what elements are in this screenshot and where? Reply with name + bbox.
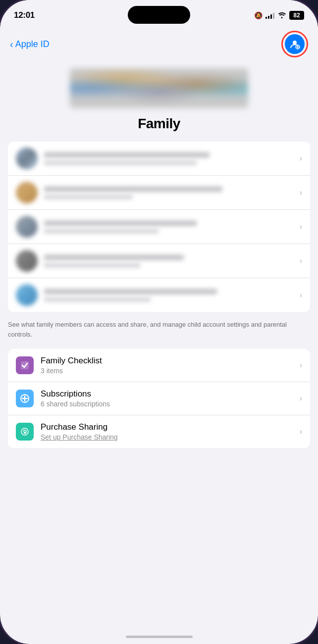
chevron-right-icon: › xyxy=(300,361,302,370)
member-name xyxy=(44,254,184,260)
chevron-right-icon: › xyxy=(300,427,302,436)
wifi-icon xyxy=(277,11,286,20)
member-row[interactable]: › xyxy=(8,142,310,176)
purchase-sharing-title: Purchase Sharing xyxy=(41,422,300,432)
member-name xyxy=(44,186,223,192)
family-checklist-icon xyxy=(16,356,34,374)
subscriptions-title: Subscriptions xyxy=(41,389,300,399)
member-name xyxy=(44,220,197,226)
avatar xyxy=(16,250,38,272)
member-subtitle xyxy=(44,297,151,302)
purchase-sharing-text: Purchase Sharing Set up Purchase Sharing xyxy=(41,422,300,441)
chevron-right-icon: › xyxy=(300,394,302,403)
member-info xyxy=(44,289,300,302)
add-member-button[interactable] xyxy=(281,31,308,57)
subscriptions-icon xyxy=(16,390,34,407)
purchase-sharing-row[interactable]: Purchase Sharing Set up Purchase Sharing… xyxy=(8,415,310,448)
member-row[interactable]: › xyxy=(8,210,310,244)
member-row[interactable]: › xyxy=(8,278,310,312)
chevron-right-icon: › xyxy=(300,154,302,163)
member-info xyxy=(44,254,300,268)
family-checklist-title: Family Checklist xyxy=(41,356,300,366)
chevron-right-icon: › xyxy=(300,291,302,299)
family-checklist-row[interactable]: Family Checklist 3 items › xyxy=(8,349,310,382)
avatar xyxy=(16,182,38,203)
chevron-right-icon: › xyxy=(300,222,302,231)
family-header: Family xyxy=(0,63,318,142)
scroll-content[interactable]: Family › › xyxy=(0,63,318,632)
member-info xyxy=(44,186,300,199)
highlight-circle xyxy=(281,31,308,57)
member-row[interactable]: › xyxy=(8,176,310,210)
members-list: › › › xyxy=(8,142,310,312)
battery-indicator: 82 xyxy=(289,11,304,20)
back-chevron-icon: ‹ xyxy=(10,39,13,50)
member-subtitle xyxy=(44,229,159,234)
features-section: Family Checklist 3 items › Subsc xyxy=(8,349,310,448)
purchase-sharing-subtitle: Set up Purchase Sharing xyxy=(41,433,300,441)
back-button[interactable]: ‹ Apple ID xyxy=(10,39,50,50)
signal-bars-icon xyxy=(265,12,274,19)
member-name xyxy=(44,152,210,158)
avatar xyxy=(16,148,38,169)
dynamic-island xyxy=(128,6,190,24)
family-checklist-text: Family Checklist 3 items xyxy=(41,356,300,375)
chevron-right-icon: › xyxy=(300,188,302,197)
page-title: Family xyxy=(138,116,180,132)
family-checklist-subtitle: 3 items xyxy=(41,367,300,375)
avatar xyxy=(16,216,38,238)
mute-icon: 🔕 xyxy=(254,11,263,19)
status-time: 12:01 xyxy=(14,10,35,20)
purchase-sharing-icon xyxy=(16,423,34,441)
nav-bar: ‹ Apple ID xyxy=(0,27,318,63)
subscriptions-text: Subscriptions 6 shared subscriptions xyxy=(41,389,300,408)
member-info xyxy=(44,152,300,165)
subscriptions-row[interactable]: Subscriptions 6 shared subscriptions › xyxy=(8,382,310,415)
member-subtitle xyxy=(44,263,141,268)
member-subtitle xyxy=(44,160,197,165)
chevron-right-icon: › xyxy=(300,256,302,265)
status-icons: 🔕 82 xyxy=(252,11,304,20)
phone-frame: 12:01 🔕 82 xyxy=(0,0,318,644)
member-subtitle xyxy=(44,195,133,199)
family-photo-banner xyxy=(70,68,248,108)
members-footer-text: See what family members can access and s… xyxy=(0,316,318,345)
member-name xyxy=(44,289,217,295)
avatar xyxy=(16,284,38,306)
member-info xyxy=(44,220,300,234)
screen: 12:01 🔕 82 xyxy=(0,0,318,644)
home-indicator xyxy=(126,636,193,638)
back-label: Apple ID xyxy=(15,39,50,50)
subscriptions-subtitle: 6 shared subscriptions xyxy=(41,400,300,408)
member-row[interactable]: › xyxy=(8,244,310,278)
